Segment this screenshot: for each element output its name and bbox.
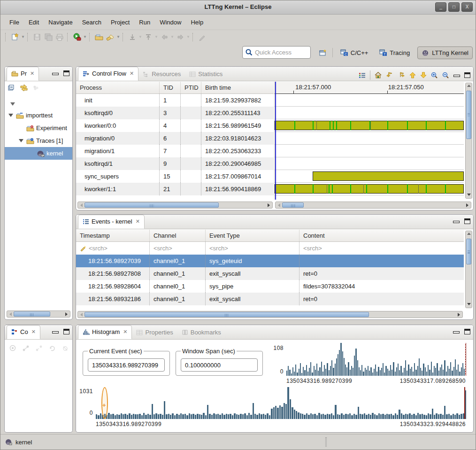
current-time-cursor[interactable]	[275, 82, 276, 200]
link-with-editor-icon[interactable]	[20, 84, 28, 91]
expand-arrow-icon[interactable]	[19, 139, 23, 142]
events-hscrollbar[interactable]	[77, 311, 463, 318]
timeline-row-ksoftirqd-1[interactable]	[275, 157, 464, 170]
maximize-view-icon[interactable]	[464, 72, 470, 78]
timeline-row-kworker-1-1[interactable]	[275, 183, 464, 195]
tab-statistics[interactable]: Statistics	[185, 68, 227, 81]
cf-row-ksoftirqd-1[interactable]: ksoftirqd/1918:22:00.290046985	[76, 157, 274, 170]
tree-item-kernel[interactable]: kernel	[5, 147, 72, 160]
statusbar-drag-handle[interactable]	[325, 437, 327, 447]
forward-icon[interactable]	[175, 31, 186, 43]
disconnect-icon[interactable]	[36, 345, 43, 352]
search-field-content[interactable]: <srch>	[303, 245, 322, 252]
column-header-channel[interactable]: Channel	[150, 230, 206, 241]
column-header-process[interactable]: Process	[76, 82, 160, 93]
tab-bookmarks[interactable]: Bookmarks	[177, 326, 225, 339]
menu-edit[interactable]: Edit	[24, 17, 43, 28]
perspective-tracing[interactable]: T Tracing	[376, 47, 414, 59]
back-dropdown[interactable]: ▼	[170, 31, 175, 43]
tab-histogram[interactable]: Histogram ✕	[78, 325, 132, 339]
tab-events-kernel[interactable]: Events - kernel ✕	[78, 215, 145, 229]
column-header-content[interactable]: Content	[299, 230, 464, 241]
connect-icon[interactable]	[23, 345, 30, 352]
cf-row-sync-supers[interactable]: sync_supers1518:21:57.009867014	[76, 170, 274, 183]
minimize-view-icon[interactable]	[453, 331, 460, 334]
maximize-button[interactable]: □	[448, 2, 460, 12]
zoom-out-icon[interactable]	[442, 72, 449, 79]
minimize-view-icon[interactable]	[453, 221, 460, 223]
column-header-timestamp[interactable]: Timestamp	[76, 230, 150, 241]
search-icon[interactable]	[105, 31, 116, 43]
minimize-view-icon[interactable]	[453, 75, 460, 77]
cf-row-ksoftirqd-0[interactable]: ksoftirqd/0318:22:00.255311143	[76, 107, 274, 119]
cf-row-migration-1[interactable]: migration/1718:22:00.253063233	[76, 145, 274, 157]
column-header-birth-time[interactable]: Birth time	[201, 82, 274, 93]
refresh-icon[interactable]	[49, 345, 56, 352]
quick-access-input[interactable]	[255, 49, 307, 56]
timeline-row-migration-0[interactable]	[275, 132, 464, 145]
cf-timeline-chart[interactable]: 18:21:57.00018:21:57.050	[274, 82, 464, 200]
search-dropdown[interactable]: ▼	[116, 31, 121, 43]
timeline-row-kworker-0-0[interactable]	[275, 119, 464, 132]
full-range-histogram[interactable]: +	[96, 387, 466, 419]
search-field-event-type[interactable]: <srch>	[209, 245, 228, 252]
current-event-input[interactable]	[88, 358, 165, 372]
previous-annotation-icon[interactable]	[143, 31, 154, 43]
events-search-row[interactable]: <srch> <srch> <srch> <srch>	[76, 242, 464, 255]
tab-control-flow[interactable]: Control Flow ✕	[78, 67, 138, 81]
timeline-row-ksoftirqd-0[interactable]	[275, 107, 464, 119]
save-icon[interactable]	[31, 31, 43, 43]
next-event-icon[interactable]	[398, 72, 405, 78]
column-header-tid[interactable]: TID	[160, 82, 181, 93]
view-menu-icon[interactable]	[33, 85, 39, 91]
delete-connection-icon[interactable]	[62, 345, 69, 352]
new-wizard-dropdown[interactable]: ▼	[21, 31, 25, 43]
collapse-all-icon[interactable]	[8, 84, 15, 91]
time-range-histogram[interactable]	[286, 343, 467, 376]
timeline-row-init[interactable]	[275, 94, 464, 107]
forward-dropdown[interactable]: ▼	[186, 31, 191, 43]
cf-row-init[interactable]: init118:21:59.329937882	[76, 94, 274, 107]
title-bar[interactable]: LTTng Kernel – Eclipse _ □ X	[0, 0, 476, 15]
zoom-in-icon[interactable]	[431, 72, 438, 79]
event-row-sys_geteuid[interactable]: 18:21:56.98927039channel0_1sys_geteuid	[76, 255, 464, 267]
column-header-ptid[interactable]: PTID	[181, 82, 201, 93]
perspective-cpp[interactable]: C C/C++	[337, 47, 372, 59]
tab-close-icon[interactable]: ✕	[30, 70, 34, 77]
search-field-timestamp[interactable]: <srch>	[89, 245, 107, 252]
tree-item-importtest[interactable]: Timporttest	[5, 109, 72, 122]
maximize-view-icon[interactable]	[63, 70, 69, 76]
save-all-icon[interactable]	[43, 31, 54, 43]
close-button[interactable]: X	[461, 2, 473, 12]
timeline-row-migration-1[interactable]	[275, 145, 464, 157]
move-down-icon[interactable]	[420, 72, 427, 78]
explorer-hscrollbar[interactable]	[7, 310, 70, 318]
menu-help[interactable]: Help	[186, 17, 207, 28]
maximize-view-icon[interactable]	[63, 329, 69, 334]
timeline-row-sync-supers[interactable]	[275, 170, 464, 183]
event-row-sys_pipe[interactable]: 18:21:56.98928604channel0_1sys_pipefilde…	[76, 280, 464, 293]
menu-project[interactable]: Project	[107, 17, 134, 28]
tab-close-icon[interactable]: ✕	[31, 329, 36, 335]
minimize-view-icon[interactable]	[52, 331, 59, 334]
tab-control[interactable]: Co ✕	[7, 325, 40, 339]
next-annotation-dropdown[interactable]: ▼	[138, 31, 143, 43]
back-icon[interactable]	[159, 31, 170, 43]
cf-chart-hscrollbar[interactable]	[275, 202, 471, 209]
cf-row-kworker-0-0[interactable]: kworker/0:0418:21:56.989961549	[76, 119, 274, 132]
window-span-input[interactable]	[181, 358, 258, 372]
search-field-channel[interactable]: <srch>	[154, 245, 172, 252]
reset-time-scale-home-icon[interactable]	[375, 72, 382, 78]
cf-row-migration-0[interactable]: migration/0618:22:03.918014623	[76, 132, 274, 145]
tab-properties[interactable]: Properties	[132, 326, 177, 339]
previous-annotation-dropdown[interactable]: ▼	[154, 31, 159, 43]
tab-project-explorer[interactable]: Pr ✕	[7, 67, 39, 81]
previous-event-icon[interactable]	[386, 72, 393, 78]
open-perspective-icon[interactable]	[317, 47, 329, 58]
show-legend-icon[interactable]	[359, 72, 366, 78]
next-annotation-icon[interactable]	[127, 31, 138, 43]
minimize-view-icon[interactable]	[52, 73, 59, 75]
move-up-icon[interactable]	[409, 72, 416, 78]
working-set-chevron[interactable]	[5, 99, 72, 109]
print-icon[interactable]	[54, 31, 65, 43]
